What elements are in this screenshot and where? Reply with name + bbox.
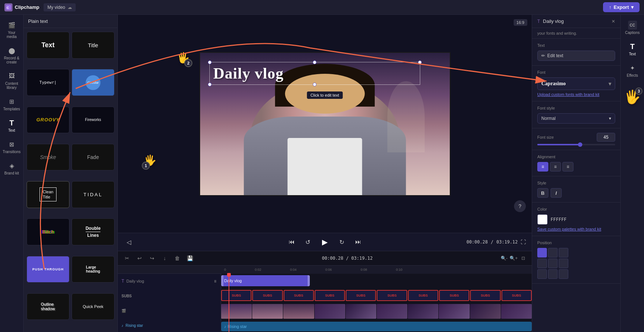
template-card-circular[interactable]: Circular [72, 69, 114, 96]
video-thumb-7[interactable] [408, 304, 438, 319]
sidebar-item-content-library[interactable]: 🖼 Content library [1, 69, 22, 93]
sidebar-item-transitions[interactable]: ⊠ Transitions [1, 137, 22, 157]
skip-back-button[interactable]: ⏮ [287, 237, 297, 247]
redo-button[interactable]: ↪ [147, 253, 157, 263]
template-card-text[interactable]: Text [27, 32, 69, 59]
delete-button[interactable]: 🗑 [172, 253, 182, 263]
sub-clip-10[interactable]: SUBS [501, 290, 532, 301]
skip-forward-button[interactable]: ⏭ [353, 237, 363, 247]
pos-btn-bot-left[interactable] [537, 269, 547, 279]
font-size-slider-thumb[interactable] [578, 142, 582, 147]
sidebar-item-captions[interactable]: CC Captions [622, 18, 643, 38]
fast-forward-button[interactable]: ↻ [337, 237, 347, 247]
video-thumb-5[interactable] [346, 304, 376, 319]
video-preview[interactable]: Daily vlog Click to edit text [199, 52, 451, 196]
color-section: Color FFFFFF Save custom palettes with b… [532, 203, 620, 236]
sidebar-item-text-tool[interactable]: T Text [622, 39, 643, 59]
upload-fonts-link[interactable]: Upload custom fonts with brand kit [537, 92, 615, 97]
sidebar-item-text[interactable]: T Text [1, 115, 22, 135]
panel-close-icon[interactable]: ✕ [612, 19, 615, 24]
italic-button[interactable]: I [551, 188, 562, 198]
rewind-button[interactable]: ↺ [303, 237, 313, 247]
fit-view-button[interactable]: ⊡ [519, 254, 527, 262]
export-button[interactable]: ↑ Export ▾ [603, 2, 640, 12]
custom-palette-link[interactable]: Save custom palettes with brand kit [537, 227, 615, 231]
pos-btn-top-center[interactable] [548, 248, 558, 257]
pos-btn-bot-right[interactable] [559, 269, 568, 279]
hide-panel-button[interactable]: ◁ [124, 237, 134, 247]
sidebar-label-your-media: Your media [3, 31, 21, 39]
template-card-outline-shadow[interactable]: Outlineshadow [27, 293, 69, 320]
sub-clip-5[interactable]: SUBS [346, 290, 376, 301]
music-note-icon: ♪ [224, 324, 226, 329]
text-tool-label: Text [629, 52, 636, 56]
template-card-fireworks[interactable]: Fireworks [72, 107, 114, 134]
pos-btn-mid-center[interactable] [548, 259, 558, 268]
pos-btn-bot-center[interactable] [548, 269, 558, 279]
video-thumb-2[interactable] [252, 304, 283, 319]
edit-text-button[interactable]: ✏ Edit text [537, 51, 615, 61]
save-button[interactable]: 💾 [185, 253, 195, 263]
timeline-toolbar: ✂ ↩ ↪ ↓ 🗑 💾 00:00.28 / 03:19.12 🔍- 🔍+ ⊡ [118, 251, 532, 266]
template-card-smoke[interactable]: Smoke [27, 144, 69, 171]
font-size-input[interactable] [597, 133, 615, 142]
align-center-button[interactable]: ≡ [550, 162, 561, 172]
cursor-1: 🖐 1 [144, 154, 157, 166]
sidebar-item-effects[interactable]: ✦ Effects [622, 60, 643, 80]
video-thumb-6[interactable] [377, 304, 407, 319]
undo-button[interactable]: ↩ [135, 253, 144, 263]
sidebar-item-your-media[interactable]: 🎬 Your media [1, 18, 22, 42]
sidebar-item-templates[interactable]: ⊞ Templates [1, 94, 22, 114]
zoom-out-button[interactable]: 🔍- [500, 254, 508, 262]
sub-clip-8[interactable]: SUBS [439, 290, 469, 301]
video-tab[interactable]: My video ☁ [44, 3, 75, 11]
video-thumb-1[interactable] [221, 304, 252, 319]
video-thumb-10[interactable] [501, 304, 532, 319]
sub-clip-2[interactable]: SUBS [252, 290, 282, 301]
video-thumb-3[interactable] [283, 304, 314, 319]
fullscreen-button[interactable]: ⛶ [521, 239, 526, 245]
template-card-glitch[interactable]: Bitch [27, 218, 69, 245]
template-card-tidal[interactable]: TIDAL [72, 181, 114, 208]
sub-clip-7[interactable]: SUBS [408, 290, 438, 301]
captions-icon: CC [628, 21, 637, 30]
pos-btn-top-left[interactable] [537, 248, 547, 257]
split-tool-button[interactable]: ✂ [122, 253, 132, 263]
app-logo[interactable]: C Clipchamp [4, 3, 39, 11]
sidebar-item-brand-kit[interactable]: ◈ Brand kit [1, 158, 22, 178]
pos-btn-top-right[interactable] [559, 248, 568, 257]
template-card-fade[interactable]: Fade [72, 144, 114, 171]
template-card-push-through[interactable]: PUSH THROUGH [27, 256, 69, 283]
play-button[interactable]: ▶ [319, 236, 331, 248]
color-swatch[interactable] [537, 214, 548, 225]
align-left-button[interactable]: ≡ [537, 162, 548, 172]
pos-btn-mid-left[interactable] [537, 259, 547, 268]
template-card-clean-title[interactable]: CleanTitle [27, 181, 69, 208]
video-thumb-8[interactable] [439, 304, 469, 319]
sub-clip-1[interactable]: SUBS [221, 290, 251, 301]
font-selector[interactable]: Caprasimo ▾ [537, 77, 615, 90]
sub-clip-4[interactable]: SUBS [315, 290, 345, 301]
text-overlay[interactable]: Daily vlog [209, 62, 420, 85]
arrow-tool-button[interactable]: ↓ [160, 253, 169, 263]
help-button[interactable]: ? [514, 200, 526, 212]
template-card-typewriter[interactable]: Typewr| [27, 69, 69, 96]
sub-clip-9[interactable]: SUBS [470, 290, 500, 301]
bold-button[interactable]: B [537, 188, 548, 198]
sub-clip-6[interactable]: SUBS [377, 290, 407, 301]
video-thumb-9[interactable] [470, 304, 501, 319]
sidebar-item-record-create[interactable]: ⬤ Record &create [1, 43, 22, 67]
template-card-groovy[interactable]: GROOVY [27, 107, 69, 134]
template-card-quick-peek[interactable]: Quick Peek [72, 293, 114, 320]
video-thumb-4[interactable] [315, 304, 345, 319]
audio-clip[interactable]: ♪ Rising star [221, 322, 532, 331]
pos-btn-mid-right[interactable] [559, 259, 568, 268]
text-clip[interactable]: Daily vlog [221, 275, 310, 286]
template-card-double-lines[interactable]: Double Lines [72, 218, 114, 245]
template-card-title[interactable]: Title [72, 32, 114, 59]
zoom-in-button[interactable]: 🔍+ [510, 254, 518, 262]
template-card-large-heading[interactable]: Largeheading [72, 256, 114, 283]
align-right-button[interactable]: ≡ [562, 162, 573, 172]
sub-clip-3[interactable]: SUBS [284, 290, 314, 301]
font-style-selector[interactable]: Normal ▾ [537, 113, 615, 124]
